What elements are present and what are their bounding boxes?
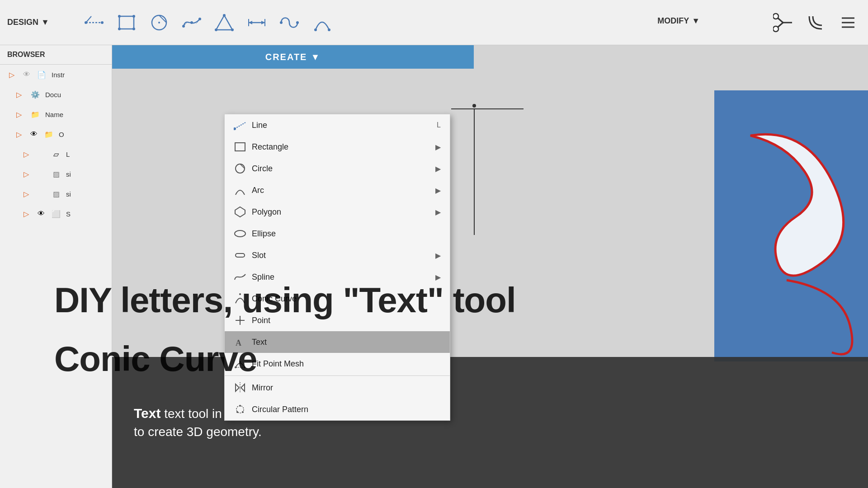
cube-icon-5: ▱ (50, 148, 62, 160)
menu-item-polygon[interactable]: Polygon ▶ (225, 201, 450, 223)
arc-arrow: ▶ (435, 186, 441, 195)
scissors-tool-btn[interactable] (769, 8, 797, 37)
circle-menu-icon (234, 162, 246, 175)
triangle-indicator-3: ▷ (13, 108, 25, 121)
menu-item-arc[interactable]: Arc ▶ (225, 179, 450, 201)
svg-point-19 (231, 28, 234, 31)
svg-marker-44 (235, 207, 245, 217)
triangle-indicator-8: ▷ (20, 207, 33, 220)
menu-item-line[interactable]: Line L (225, 114, 450, 136)
circle-label: Circle (252, 164, 273, 174)
sidebar-item-7[interactable]: ▷ ▨ si (0, 184, 112, 204)
triangle-indicator-7: ▷ (20, 188, 33, 200)
svg-rect-41 (235, 143, 245, 151)
design-label: DESIGN (7, 18, 38, 27)
sidebar-label-4: O (59, 131, 106, 138)
rectangle-tool-btn[interactable] (112, 8, 141, 37)
svg-point-26 (280, 21, 283, 24)
eye-icon-4[interactable]: 👁 (29, 129, 39, 139)
create-arrow: ▼ (311, 52, 321, 62)
menu-item-mirror[interactable]: Mirror (225, 377, 450, 399)
gear-icon-2: ⚙️ (29, 88, 42, 101)
cube-hatch-icon-7: ▨ (50, 188, 62, 200)
menu-divider (225, 375, 450, 376)
extra-icon (838, 13, 858, 33)
sidebar-item-1[interactable]: ▷ 👁 📄 Instr (0, 65, 112, 84)
svg-marker-24 (249, 21, 252, 24)
circular-menu-icon (234, 403, 246, 416)
svg-point-8 (132, 28, 135, 30)
mirror-menu-icon (234, 381, 246, 394)
line-connect-icon (84, 13, 104, 33)
svg-marker-57 (236, 384, 239, 391)
svg-marker-58 (241, 384, 245, 391)
scissors-icon (773, 13, 793, 33)
mirror-label: Mirror (252, 383, 273, 393)
svg-point-27 (296, 21, 299, 24)
modify-button[interactable]: MODIFY ▼ (652, 14, 705, 28)
rectangle-arrow: ▶ (435, 143, 441, 151)
folder-icon-4: 📁 (42, 128, 55, 141)
spline-tool-btn[interactable] (177, 8, 206, 37)
triangle-indicator-1: ▷ (5, 68, 18, 81)
arc-label: Arc (252, 186, 264, 195)
menu-item-fit-point-mesh[interactable]: Fit Point Mesh (225, 353, 450, 375)
sidebar-item-8[interactable]: ▷ 👁 ⬜ S (0, 204, 112, 224)
sidebar-label-7: si (66, 190, 106, 198)
menu-item-text[interactable]: A Text (225, 331, 450, 353)
svg-point-13 (190, 21, 193, 24)
right-toolbar-group: MODIFY ▼ (763, 0, 868, 45)
slot-menu-icon (234, 249, 246, 262)
scurve-tool-btn[interactable] (275, 8, 304, 37)
svg-point-32 (773, 14, 778, 19)
dimension-tool-btn[interactable] (242, 8, 271, 37)
eye-icon-8[interactable]: 👁 (36, 209, 46, 219)
sidebar-label-1: Instr (52, 71, 106, 79)
svg-point-20 (215, 28, 217, 31)
sidebar-item-4[interactable]: ▷ 👁 📁 O (0, 124, 112, 144)
slot-label: Slot (252, 251, 266, 260)
svg-point-29 (328, 28, 330, 31)
triangle-indicator-5: ▷ (20, 148, 33, 160)
sidebar-label-3: Name (45, 111, 106, 118)
svg-point-5 (118, 15, 121, 18)
arc-tool-btn[interactable] (307, 8, 336, 37)
rectangle-menu-icon (234, 141, 246, 153)
left-sidebar: BROWSER ▷ 👁 📄 Instr ▷ ⚙️ Docu ▷ 📁 Name ▷… (0, 45, 112, 488)
browser-title: BROWSER (7, 51, 45, 58)
triangle-indicator-4: ▷ (13, 128, 25, 141)
sidebar-item-2[interactable]: ▷ ⚙️ Docu (0, 84, 112, 104)
dimension-toolbar-icon (247, 13, 267, 33)
circle-tool-btn[interactable] (145, 8, 174, 37)
eye-icon-1[interactable]: 👁 (22, 70, 32, 80)
svg-point-6 (132, 15, 135, 18)
browser-header: BROWSER (0, 45, 112, 65)
menu-item-rectangle[interactable]: Rectangle ▶ (225, 136, 450, 158)
menu-item-circle[interactable]: Circle ▶ (225, 158, 450, 179)
sidebar-item-3[interactable]: ▷ 📁 Name (0, 104, 112, 124)
triangle-tool-btn[interactable] (210, 8, 239, 37)
svg-marker-25 (261, 21, 265, 24)
menu-item-slot[interactable]: Slot ▶ (225, 244, 450, 266)
svg-point-45 (235, 230, 245, 237)
canvas-arrow-marker (472, 104, 476, 108)
cube-hatch-icon-6: ▨ (50, 168, 62, 180)
scurve-toolbar-icon (279, 13, 299, 33)
line-connect-tool-btn[interactable] (80, 8, 108, 37)
create-button[interactable]: CREATE ▼ (112, 45, 474, 69)
slot-arrow: ▶ (435, 251, 441, 260)
circle-arrow: ▶ (435, 164, 441, 173)
offset-tool-btn[interactable] (801, 8, 830, 37)
canvas-vertical-line (474, 108, 475, 235)
sidebar-item-5[interactable]: ▷ ▱ L (0, 144, 112, 164)
design-button[interactable]: DESIGN ▼ (0, 14, 72, 31)
design-shapes-svg (714, 90, 868, 361)
menu-item-circular-pattern[interactable]: Circular Pattern (225, 399, 450, 420)
extra-tool-btn[interactable] (834, 8, 863, 37)
create-label: CREATE (265, 52, 307, 62)
svg-point-7 (118, 28, 121, 30)
sidebar-label-2: Docu (45, 91, 106, 99)
menu-item-ellipse[interactable]: Ellipse (225, 223, 450, 244)
sidebar-item-6[interactable]: ▷ ▨ si (0, 164, 112, 184)
circle-toolbar-icon (149, 13, 169, 33)
